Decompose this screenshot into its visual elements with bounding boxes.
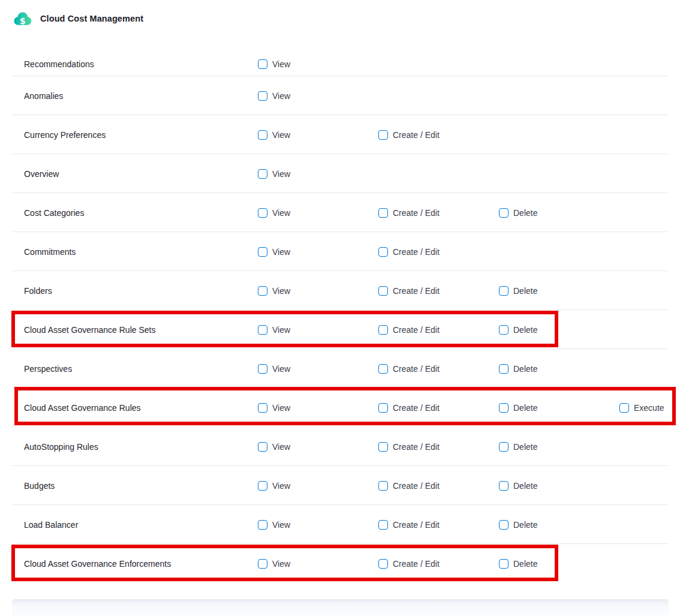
view-checkbox[interactable] — [258, 169, 267, 179]
create-edit-checkbox[interactable] — [378, 208, 388, 218]
create-edit-permission[interactable]: Create / Edit — [378, 208, 499, 218]
resource-label: Commitments — [24, 247, 258, 257]
create-edit-checkbox[interactable] — [378, 442, 388, 452]
delete-permission[interactable]: Delete — [499, 520, 619, 530]
delete-permission[interactable]: Delete — [499, 325, 619, 335]
resource-label: Cloud Asset Governance Enforcements — [24, 559, 258, 569]
delete-checkbox-label: Delete — [513, 520, 537, 530]
view-permission[interactable]: View — [258, 442, 378, 452]
view-permission[interactable]: View — [258, 130, 378, 140]
view-permission[interactable]: View — [258, 325, 378, 335]
view-checkbox[interactable] — [258, 520, 267, 530]
view-checkbox-label: View — [272, 520, 290, 530]
create-edit-permission[interactable]: Create / Edit — [378, 130, 499, 140]
resource-label: AutoStopping Rules — [24, 442, 258, 452]
delete-checkbox[interactable] — [499, 325, 509, 335]
row-divider — [12, 193, 668, 193]
permission-row: Cloud Asset Governance Rule Sets ViewCre… — [0, 310, 680, 349]
permission-row: Cloud Asset Governance Enforcements View… — [0, 544, 680, 583]
execute-checkbox[interactable] — [619, 403, 629, 413]
delete-checkbox-label: Delete — [513, 403, 537, 413]
delete-permission[interactable]: Delete — [499, 208, 619, 218]
create-edit-checkbox-label: Create / Edit — [393, 130, 440, 140]
view-permission[interactable]: View — [258, 208, 378, 218]
create-edit-permission[interactable]: Create / Edit — [378, 286, 499, 296]
view-checkbox-label: View — [272, 91, 290, 101]
delete-permission[interactable]: Delete — [499, 403, 619, 413]
view-checkbox[interactable] — [258, 325, 267, 335]
view-permission[interactable]: View — [258, 286, 378, 296]
create-edit-checkbox[interactable] — [378, 286, 388, 296]
create-edit-checkbox[interactable] — [378, 481, 388, 491]
view-permission[interactable]: View — [258, 559, 378, 569]
view-checkbox[interactable] — [258, 59, 267, 69]
view-permission[interactable]: View — [258, 169, 378, 179]
section-title: Cloud Cost Management — [40, 14, 143, 23]
view-checkbox[interactable] — [258, 91, 267, 101]
delete-checkbox[interactable] — [499, 208, 509, 218]
delete-checkbox[interactable] — [499, 442, 509, 452]
create-edit-checkbox-label: Create / Edit — [393, 286, 440, 296]
view-checkbox[interactable] — [258, 559, 267, 569]
delete-permission[interactable]: Delete — [499, 559, 619, 569]
create-edit-checkbox[interactable] — [378, 130, 388, 140]
view-permission[interactable]: View — [258, 364, 378, 374]
create-edit-permission[interactable]: Create / Edit — [378, 442, 499, 452]
create-edit-permission[interactable]: Create / Edit — [378, 403, 499, 413]
delete-checkbox[interactable] — [499, 481, 509, 491]
delete-permission[interactable]: Delete — [499, 286, 619, 296]
view-checkbox[interactable] — [258, 130, 267, 140]
create-edit-checkbox[interactable] — [378, 559, 388, 569]
create-edit-checkbox-label: Create / Edit — [393, 403, 440, 413]
resource-label: Anomalies — [24, 91, 258, 101]
create-edit-permission[interactable]: Create / Edit — [378, 559, 499, 569]
resource-label: Load Balancer — [24, 520, 258, 530]
delete-checkbox[interactable] — [499, 403, 509, 413]
row-divider — [12, 465, 668, 466]
create-edit-checkbox[interactable] — [378, 403, 388, 413]
delete-checkbox[interactable] — [499, 364, 509, 374]
create-edit-checkbox[interactable] — [378, 520, 388, 530]
view-permission[interactable]: View — [258, 91, 378, 101]
view-checkbox[interactable] — [258, 481, 267, 491]
delete-permission[interactable]: Delete — [499, 442, 619, 452]
create-edit-permission[interactable]: Create / Edit — [378, 325, 499, 335]
resource-label: Cloud Asset Governance Rules — [24, 403, 258, 413]
delete-checkbox[interactable] — [499, 520, 509, 530]
view-checkbox[interactable] — [258, 403, 267, 413]
view-checkbox-label: View — [272, 247, 290, 257]
view-permission[interactable]: View — [258, 481, 378, 491]
delete-permission[interactable]: Delete — [499, 364, 619, 374]
view-checkbox[interactable] — [258, 208, 267, 218]
create-edit-checkbox-label: Create / Edit — [393, 520, 440, 530]
view-permission[interactable]: View — [258, 403, 378, 413]
resource-label: Folders — [24, 286, 258, 296]
delete-checkbox-label: Delete — [513, 208, 537, 218]
create-edit-permission[interactable]: Create / Edit — [378, 247, 499, 257]
view-permission[interactable]: View — [258, 520, 378, 530]
delete-checkbox[interactable] — [499, 286, 509, 296]
row-divider — [12, 154, 668, 154]
resource-label: Cloud Asset Governance Rule Sets — [24, 325, 258, 335]
permissions-table: Recommendations View Anomalies View Curr… — [0, 37, 680, 583]
create-edit-permission[interactable]: Create / Edit — [378, 481, 499, 491]
create-edit-checkbox[interactable] — [378, 247, 388, 257]
view-permission[interactable]: View — [258, 247, 378, 257]
create-edit-checkbox-label: Create / Edit — [393, 208, 440, 218]
create-edit-checkbox[interactable] — [378, 325, 388, 335]
delete-permission[interactable]: Delete — [499, 481, 619, 491]
view-checkbox[interactable] — [258, 247, 267, 257]
create-edit-checkbox[interactable] — [378, 364, 388, 374]
execute-permission[interactable]: Execute — [619, 403, 680, 413]
delete-checkbox[interactable] — [499, 559, 509, 569]
create-edit-permission[interactable]: Create / Edit — [378, 520, 499, 530]
view-checkbox[interactable] — [258, 364, 267, 374]
section-header: $ Cloud Cost Management — [0, 0, 680, 37]
view-permission[interactable]: View — [258, 59, 378, 69]
view-checkbox[interactable] — [258, 442, 267, 452]
delete-checkbox-label: Delete — [513, 481, 537, 491]
create-edit-checkbox-label: Create / Edit — [393, 325, 440, 335]
row-divider — [12, 348, 668, 349]
view-checkbox[interactable] — [258, 286, 267, 296]
create-edit-permission[interactable]: Create / Edit — [378, 364, 499, 374]
